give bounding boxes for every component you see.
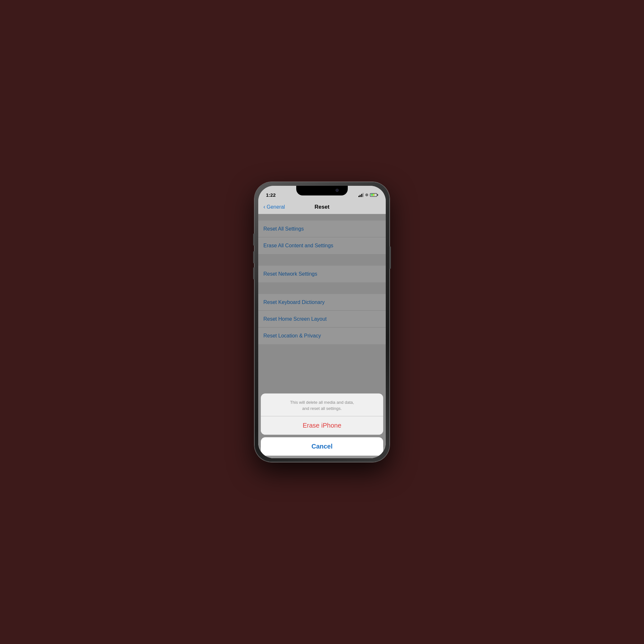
wifi-icon: ⊛ bbox=[365, 193, 368, 197]
action-sheet-main: This will delete all media and data,and … bbox=[261, 393, 383, 435]
back-arrow-icon: ‹ bbox=[263, 204, 265, 210]
action-sheet-message-area: This will delete all media and data,and … bbox=[261, 393, 383, 416]
phone-frame: 1:22 ⊛ ⚡ bbox=[254, 182, 390, 462]
status-icons: ⊛ ⚡ bbox=[358, 193, 378, 197]
action-sheet-message-text: This will delete all media and data,and … bbox=[290, 400, 354, 411]
cancel-label: Cancel bbox=[311, 443, 333, 450]
action-sheet: This will delete all media and data,and … bbox=[258, 393, 386, 458]
back-label: General bbox=[267, 204, 285, 210]
signal-icon bbox=[358, 193, 364, 197]
content-area: Reset All Settings Erase All Content and… bbox=[258, 214, 386, 458]
battery-icon: ⚡ bbox=[370, 193, 378, 197]
phone-screen: 1:22 ⊛ ⚡ bbox=[258, 186, 386, 458]
erase-iphone-label: Erase iPhone bbox=[303, 422, 341, 429]
status-time: 1:22 bbox=[266, 192, 276, 198]
front-camera bbox=[336, 189, 339, 192]
page-title: Reset bbox=[315, 204, 329, 210]
action-sheet-overlay: This will delete all media and data,and … bbox=[258, 214, 386, 458]
back-button[interactable]: ‹ General bbox=[263, 204, 285, 210]
erase-iphone-button[interactable]: Erase iPhone bbox=[261, 416, 383, 435]
nav-bar: ‹ General Reset bbox=[258, 200, 386, 214]
notch bbox=[296, 186, 348, 195]
cancel-button[interactable]: Cancel bbox=[261, 437, 383, 456]
